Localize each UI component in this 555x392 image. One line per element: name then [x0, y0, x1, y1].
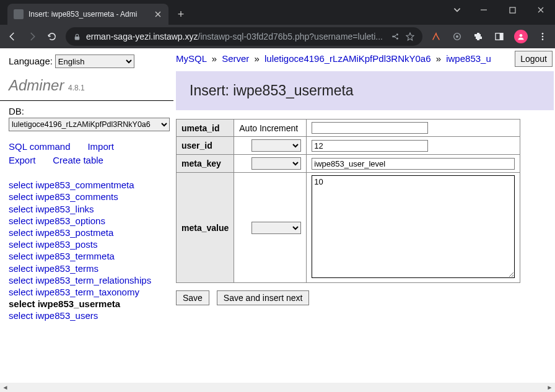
function-cell	[234, 137, 307, 155]
minimize-button[interactable]	[470, 0, 498, 20]
table-link[interactable]: select iwpe853_options	[9, 215, 167, 227]
maximize-button[interactable]	[498, 0, 527, 20]
form-row: meta_value	[177, 173, 520, 283]
tabs-chevron-icon[interactable]	[452, 5, 462, 15]
field-input-meta_value[interactable]	[312, 175, 515, 278]
table-link[interactable]: select iwpe853_commentmeta	[9, 179, 167, 191]
save-button[interactable]	[176, 290, 209, 305]
table-link[interactable]: select iwpe853_termmeta	[9, 250, 167, 262]
table-link[interactable]: select iwpe853_term_taxonomy	[9, 286, 167, 298]
menu-icon[interactable]	[536, 30, 549, 43]
form-row: meta_key	[177, 155, 520, 173]
function-select[interactable]	[251, 139, 301, 152]
window-controls	[470, 0, 555, 20]
star-icon[interactable]	[405, 32, 415, 41]
db-select[interactable]: luletigoce4196_rLzAMiKpfPdl3RNkY0a6	[9, 118, 170, 131]
svg-point-4	[392, 36, 394, 38]
function-select[interactable]	[251, 157, 301, 170]
logout-button[interactable]: Logout	[515, 51, 553, 67]
value-cell	[307, 120, 520, 137]
page-title: Insert: iwpe853_usermeta	[190, 82, 540, 99]
function-cell	[234, 173, 307, 283]
address-bar[interactable]: erman-saga-yezi.instawp.xyz/instawp-sql-…	[66, 27, 422, 46]
browser-tab[interactable]: Insert: iwpe853_usermeta - Admi	[7, 4, 168, 25]
crumb-mysql[interactable]: MySQL	[176, 53, 206, 64]
crumb-server[interactable]: Server	[222, 53, 249, 64]
language-label: Language:	[9, 56, 53, 66]
page-content: Language: English Adminer 4.8.1 DB: lule…	[0, 48, 555, 383]
svg-point-6	[456, 35, 458, 38]
insert-form-table: umeta_idAuto Incrementuser_idmeta_keymet…	[176, 119, 520, 283]
tab-title: Insert: iwpe853_usermeta - Admi	[28, 10, 149, 19]
export-link[interactable]: Export	[9, 155, 35, 165]
share-icon[interactable]	[390, 32, 400, 41]
table-link[interactable]: select iwpe853_usermeta	[9, 298, 167, 310]
svg-rect-1	[75, 36, 80, 39]
function-cell: Auto Increment	[234, 120, 307, 137]
close-window-button[interactable]	[527, 0, 555, 20]
crumb-db[interactable]: luletigoce4196_rLzAMiKpfPdl3RNkY0a6	[264, 53, 431, 64]
svg-rect-0	[510, 7, 515, 13]
import-link[interactable]: Import	[87, 141, 114, 152]
table-link[interactable]: select iwpe853_postmeta	[9, 227, 167, 238]
field-input-user_id[interactable]	[312, 140, 428, 152]
table-link[interactable]: select iwpe853_terms	[9, 263, 167, 274]
create-table-link[interactable]: Create table	[53, 155, 103, 165]
table-link[interactable]: select iwpe853_links	[9, 203, 167, 215]
lock-icon	[73, 33, 81, 41]
save-insert-next-button[interactable]	[217, 290, 310, 305]
tab-favicon-icon	[14, 9, 24, 19]
field-input-meta_key[interactable]	[312, 158, 515, 170]
table-link[interactable]: select iwpe853_users	[9, 310, 167, 321]
svg-point-3	[396, 38, 398, 40]
main: MySQL » Server » luletigoce4196_rLzAMiKp…	[173, 48, 555, 383]
table-list: select iwpe853_commentmetaselect iwpe853…	[9, 179, 167, 321]
sidebar: Language: English Adminer 4.8.1 DB: lule…	[0, 48, 173, 383]
forward-button[interactable]	[26, 30, 38, 43]
field-name: user_id	[177, 137, 234, 155]
reload-button[interactable]	[46, 30, 58, 43]
divider	[0, 100, 173, 101]
extensions-icon[interactable]	[472, 30, 484, 43]
back-button[interactable]	[6, 30, 19, 43]
ext1-icon[interactable]	[430, 30, 442, 43]
field-name: umeta_id	[177, 120, 234, 137]
svg-point-13	[542, 38, 544, 40]
url-text: erman-saga-yezi.instawp.xyz/instawp-sql-…	[86, 32, 383, 41]
value-cell	[307, 173, 520, 283]
sql-command-link[interactable]: SQL command	[9, 141, 71, 152]
function-select[interactable]	[251, 222, 301, 234]
scroll-right-icon[interactable]: ►	[544, 383, 555, 392]
field-input-umeta_id[interactable]	[312, 122, 428, 134]
svg-point-11	[542, 33, 544, 35]
sidebar-action-links: SQL command Import Export Create table	[9, 140, 167, 167]
crumb-table[interactable]: iwpe853_u	[446, 53, 491, 64]
value-cell	[307, 137, 520, 155]
field-name: meta_key	[177, 155, 234, 173]
svg-point-2	[396, 33, 398, 35]
new-tab-button[interactable]: +	[172, 6, 190, 23]
brand: Adminer 4.8.1	[9, 77, 167, 94]
value-cell	[307, 155, 520, 173]
db-label: DB:	[9, 106, 167, 116]
field-name: meta_value	[177, 173, 234, 283]
form-row: user_id	[177, 137, 520, 155]
browser-toolbar: erman-saga-yezi.instawp.xyz/instawp-sql-…	[0, 25, 555, 48]
table-link[interactable]: select iwpe853_comments	[9, 191, 167, 203]
scroll-left-icon[interactable]: ◄	[0, 383, 11, 392]
svg-rect-8	[500, 33, 503, 40]
form-row: umeta_idAuto Increment	[177, 120, 520, 137]
close-tab-icon[interactable]	[154, 10, 162, 19]
page-title-box: Insert: iwpe853_usermeta	[176, 71, 554, 110]
browser-titlebar: Insert: iwpe853_usermeta - Admi +	[0, 0, 555, 25]
table-link[interactable]: select iwpe853_term_relationships	[9, 274, 167, 286]
ext2-icon[interactable]	[451, 30, 463, 43]
table-link[interactable]: select iwpe853_posts	[9, 238, 167, 250]
panel-icon[interactable]	[493, 30, 505, 43]
svg-point-10	[520, 34, 523, 37]
horizontal-scrollbar[interactable]: ◄ ►	[0, 383, 555, 392]
language-select[interactable]: English	[55, 54, 134, 68]
svg-point-12	[542, 36, 544, 38]
function-cell	[234, 155, 307, 173]
profile-avatar[interactable]	[514, 30, 528, 43]
